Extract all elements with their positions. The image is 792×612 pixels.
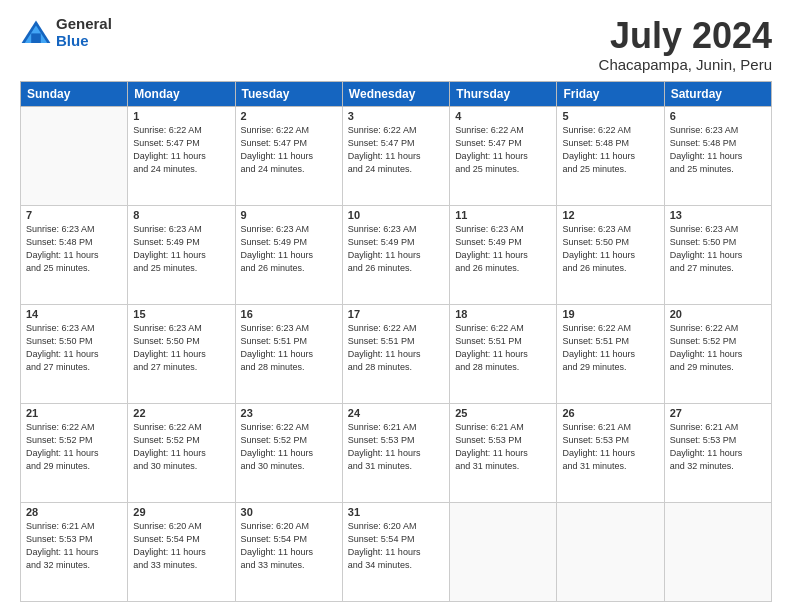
day-info: Sunrise: 6:20 AM Sunset: 5:54 PM Dayligh…	[241, 520, 337, 572]
day-info: Sunrise: 6:20 AM Sunset: 5:54 PM Dayligh…	[133, 520, 229, 572]
logo-text: General Blue	[56, 16, 112, 49]
calendar-cell: 6Sunrise: 6:23 AM Sunset: 5:48 PM Daylig…	[664, 106, 771, 205]
day-number: 18	[455, 308, 551, 320]
calendar: SundayMondayTuesdayWednesdayThursdayFrid…	[20, 81, 772, 602]
day-info: Sunrise: 6:23 AM Sunset: 5:51 PM Dayligh…	[241, 322, 337, 374]
week-row-1: 1Sunrise: 6:22 AM Sunset: 5:47 PM Daylig…	[21, 106, 772, 205]
calendar-cell	[21, 106, 128, 205]
logo-icon	[20, 19, 52, 47]
day-info: Sunrise: 6:22 AM Sunset: 5:52 PM Dayligh…	[670, 322, 766, 374]
day-info: Sunrise: 6:23 AM Sunset: 5:50 PM Dayligh…	[26, 322, 122, 374]
logo-general: General	[56, 16, 112, 33]
day-number: 21	[26, 407, 122, 419]
calendar-cell: 18Sunrise: 6:22 AM Sunset: 5:51 PM Dayli…	[450, 304, 557, 403]
calendar-header-sunday: Sunday	[21, 81, 128, 106]
calendar-header-friday: Friday	[557, 81, 664, 106]
day-info: Sunrise: 6:22 AM Sunset: 5:52 PM Dayligh…	[26, 421, 122, 473]
day-info: Sunrise: 6:21 AM Sunset: 5:53 PM Dayligh…	[348, 421, 444, 473]
calendar-cell: 28Sunrise: 6:21 AM Sunset: 5:53 PM Dayli…	[21, 502, 128, 601]
day-number: 9	[241, 209, 337, 221]
day-info: Sunrise: 6:23 AM Sunset: 5:50 PM Dayligh…	[133, 322, 229, 374]
day-info: Sunrise: 6:22 AM Sunset: 5:52 PM Dayligh…	[241, 421, 337, 473]
calendar-cell: 25Sunrise: 6:21 AM Sunset: 5:53 PM Dayli…	[450, 403, 557, 502]
day-number: 22	[133, 407, 229, 419]
calendar-cell: 1Sunrise: 6:22 AM Sunset: 5:47 PM Daylig…	[128, 106, 235, 205]
calendar-cell: 3Sunrise: 6:22 AM Sunset: 5:47 PM Daylig…	[342, 106, 449, 205]
day-number: 10	[348, 209, 444, 221]
day-info: Sunrise: 6:23 AM Sunset: 5:48 PM Dayligh…	[26, 223, 122, 275]
calendar-header-monday: Monday	[128, 81, 235, 106]
day-number: 12	[562, 209, 658, 221]
main-title: July 2024	[599, 16, 772, 56]
calendar-cell: 27Sunrise: 6:21 AM Sunset: 5:53 PM Dayli…	[664, 403, 771, 502]
day-number: 28	[26, 506, 122, 518]
day-number: 1	[133, 110, 229, 122]
day-info: Sunrise: 6:22 AM Sunset: 5:47 PM Dayligh…	[133, 124, 229, 176]
day-number: 3	[348, 110, 444, 122]
day-number: 2	[241, 110, 337, 122]
day-number: 4	[455, 110, 551, 122]
day-info: Sunrise: 6:23 AM Sunset: 5:50 PM Dayligh…	[562, 223, 658, 275]
day-info: Sunrise: 6:22 AM Sunset: 5:47 PM Dayligh…	[455, 124, 551, 176]
day-info: Sunrise: 6:22 AM Sunset: 5:48 PM Dayligh…	[562, 124, 658, 176]
calendar-cell: 22Sunrise: 6:22 AM Sunset: 5:52 PM Dayli…	[128, 403, 235, 502]
day-info: Sunrise: 6:22 AM Sunset: 5:52 PM Dayligh…	[133, 421, 229, 473]
day-number: 24	[348, 407, 444, 419]
day-info: Sunrise: 6:20 AM Sunset: 5:54 PM Dayligh…	[348, 520, 444, 572]
day-number: 6	[670, 110, 766, 122]
calendar-cell: 15Sunrise: 6:23 AM Sunset: 5:50 PM Dayli…	[128, 304, 235, 403]
calendar-cell: 11Sunrise: 6:23 AM Sunset: 5:49 PM Dayli…	[450, 205, 557, 304]
calendar-cell	[664, 502, 771, 601]
day-info: Sunrise: 6:22 AM Sunset: 5:51 PM Dayligh…	[455, 322, 551, 374]
calendar-cell	[450, 502, 557, 601]
day-number: 20	[670, 308, 766, 320]
calendar-cell: 20Sunrise: 6:22 AM Sunset: 5:52 PM Dayli…	[664, 304, 771, 403]
calendar-cell	[557, 502, 664, 601]
calendar-header-row: SundayMondayTuesdayWednesdayThursdayFrid…	[21, 81, 772, 106]
day-info: Sunrise: 6:21 AM Sunset: 5:53 PM Dayligh…	[562, 421, 658, 473]
day-info: Sunrise: 6:23 AM Sunset: 5:49 PM Dayligh…	[348, 223, 444, 275]
calendar-cell: 2Sunrise: 6:22 AM Sunset: 5:47 PM Daylig…	[235, 106, 342, 205]
day-number: 26	[562, 407, 658, 419]
day-info: Sunrise: 6:22 AM Sunset: 5:47 PM Dayligh…	[348, 124, 444, 176]
day-number: 25	[455, 407, 551, 419]
calendar-cell: 8Sunrise: 6:23 AM Sunset: 5:49 PM Daylig…	[128, 205, 235, 304]
calendar-cell: 23Sunrise: 6:22 AM Sunset: 5:52 PM Dayli…	[235, 403, 342, 502]
day-info: Sunrise: 6:21 AM Sunset: 5:53 PM Dayligh…	[670, 421, 766, 473]
day-info: Sunrise: 6:23 AM Sunset: 5:49 PM Dayligh…	[133, 223, 229, 275]
calendar-cell: 12Sunrise: 6:23 AM Sunset: 5:50 PM Dayli…	[557, 205, 664, 304]
day-info: Sunrise: 6:23 AM Sunset: 5:49 PM Dayligh…	[455, 223, 551, 275]
calendar-cell: 21Sunrise: 6:22 AM Sunset: 5:52 PM Dayli…	[21, 403, 128, 502]
calendar-cell: 30Sunrise: 6:20 AM Sunset: 5:54 PM Dayli…	[235, 502, 342, 601]
day-number: 23	[241, 407, 337, 419]
calendar-cell: 14Sunrise: 6:23 AM Sunset: 5:50 PM Dayli…	[21, 304, 128, 403]
logo: General Blue	[20, 16, 112, 49]
calendar-cell: 17Sunrise: 6:22 AM Sunset: 5:51 PM Dayli…	[342, 304, 449, 403]
calendar-header-tuesday: Tuesday	[235, 81, 342, 106]
calendar-cell: 24Sunrise: 6:21 AM Sunset: 5:53 PM Dayli…	[342, 403, 449, 502]
svg-rect-2	[31, 33, 41, 43]
day-number: 13	[670, 209, 766, 221]
calendar-cell: 13Sunrise: 6:23 AM Sunset: 5:50 PM Dayli…	[664, 205, 771, 304]
day-number: 19	[562, 308, 658, 320]
day-info: Sunrise: 6:22 AM Sunset: 5:51 PM Dayligh…	[562, 322, 658, 374]
calendar-cell: 7Sunrise: 6:23 AM Sunset: 5:48 PM Daylig…	[21, 205, 128, 304]
calendar-cell: 4Sunrise: 6:22 AM Sunset: 5:47 PM Daylig…	[450, 106, 557, 205]
calendar-header-saturday: Saturday	[664, 81, 771, 106]
day-info: Sunrise: 6:23 AM Sunset: 5:49 PM Dayligh…	[241, 223, 337, 275]
day-number: 15	[133, 308, 229, 320]
calendar-cell: 31Sunrise: 6:20 AM Sunset: 5:54 PM Dayli…	[342, 502, 449, 601]
logo-blue: Blue	[56, 33, 112, 50]
day-info: Sunrise: 6:23 AM Sunset: 5:48 PM Dayligh…	[670, 124, 766, 176]
day-number: 8	[133, 209, 229, 221]
day-info: Sunrise: 6:22 AM Sunset: 5:51 PM Dayligh…	[348, 322, 444, 374]
week-row-3: 14Sunrise: 6:23 AM Sunset: 5:50 PM Dayli…	[21, 304, 772, 403]
calendar-cell: 29Sunrise: 6:20 AM Sunset: 5:54 PM Dayli…	[128, 502, 235, 601]
calendar-cell: 9Sunrise: 6:23 AM Sunset: 5:49 PM Daylig…	[235, 205, 342, 304]
header: General Blue July 2024 Chacapampa, Junin…	[20, 16, 772, 73]
calendar-header-wednesday: Wednesday	[342, 81, 449, 106]
day-number: 29	[133, 506, 229, 518]
day-number: 17	[348, 308, 444, 320]
day-info: Sunrise: 6:21 AM Sunset: 5:53 PM Dayligh…	[26, 520, 122, 572]
calendar-cell: 26Sunrise: 6:21 AM Sunset: 5:53 PM Dayli…	[557, 403, 664, 502]
